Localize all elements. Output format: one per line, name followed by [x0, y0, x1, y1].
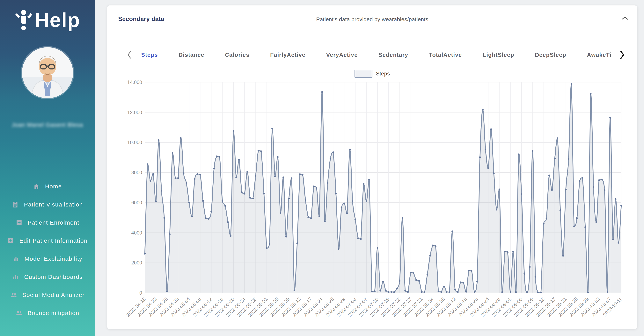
people-icon — [10, 292, 17, 299]
svg-text:2000: 2000 — [131, 260, 142, 265]
sidebar-item-patient-visualisation[interactable]: Patient Visualisation — [0, 195, 95, 213]
plus-square-icon — [16, 219, 22, 226]
steps-chart: 0200040006000800010.00012.00014.0002023-… — [109, 68, 635, 328]
bar-chart-icon — [12, 273, 19, 280]
svg-text:6000: 6000 — [131, 200, 142, 205]
sidebar-item-label: Home — [45, 183, 62, 190]
bar-chart-icon — [12, 255, 20, 262]
home-icon — [33, 183, 40, 190]
sidebar-item-bounce-mitigation[interactable]: Bounce mitigation — [0, 304, 95, 322]
sidebar-item-home[interactable]: Home — [0, 177, 95, 195]
sidebar-item-label: Bounce mitigation — [28, 310, 80, 316]
secondary-data-card: Secondary data Patient's data provided b… — [107, 5, 637, 329]
clipboard-icon — [12, 201, 19, 208]
sidebar-item-custom-dashboards[interactable]: Custom Dashboards — [0, 268, 95, 286]
sidebar-item-patient-enrolment[interactable]: Patient Enrolment — [0, 213, 95, 232]
sidebar-item-label: Patient Visualisation — [24, 201, 83, 208]
tab-deepsleep[interactable]: DeepSleep — [534, 48, 567, 62]
svg-text:14.000: 14.000 — [127, 80, 142, 85]
tabs-scroll-left-icon[interactable] — [127, 51, 132, 59]
svg-text:8000: 8000 — [131, 170, 142, 175]
sidebar-item-label: Model Explainability — [24, 256, 82, 262]
tab-calories[interactable]: Calories — [224, 48, 250, 62]
tab-steps[interactable]: Steps — [140, 48, 159, 62]
chevron-up-icon[interactable] — [622, 16, 628, 21]
tab-sedentary[interactable]: Sedentary — [378, 48, 409, 62]
svg-text:10.000: 10.000 — [127, 140, 142, 145]
plus-square-icon — [7, 237, 14, 244]
sidebar: Help Joan Manel Gasent Blesa HomePatient… — [0, 0, 95, 336]
app-name: Help — [35, 10, 80, 30]
metric-tabs-row: StepsDistanceCaloriesFairlyActiveVeryAct… — [127, 45, 625, 64]
sidebar-item-social-media-analizer[interactable]: Social Media Analizer — [0, 286, 95, 304]
tab-fairlyactive[interactable]: FairlyActive — [270, 48, 306, 62]
sidebar-item-label: Custom Dashboards — [24, 274, 83, 280]
sidebar-item-label: Edit Patient Information — [19, 237, 88, 244]
user-name: Joan Manel Gasent Blesa — [0, 122, 95, 128]
metric-tabs: StepsDistanceCaloriesFairlyActiveVeryAct… — [132, 48, 619, 62]
person-logo-icon — [15, 9, 33, 31]
svg-text:12.000: 12.000 — [127, 110, 142, 115]
avatar — [22, 47, 73, 98]
sidebar-item-model-explainability[interactable]: Model Explainability — [0, 250, 95, 268]
sidebar-nav: HomePatient VisualisationPatient Enrolme… — [0, 177, 95, 322]
sidebar-item-label: Social Media Analizer — [22, 292, 84, 298]
people-icon — [16, 310, 22, 317]
tab-totalactive[interactable]: TotalActive — [428, 48, 463, 62]
svg-text:0: 0 — [140, 290, 142, 296]
tab-awaketi[interactable]: AwakeTi — [586, 48, 611, 62]
app-logo: Help — [0, 9, 95, 31]
sidebar-item-edit-patient-information[interactable]: Edit Patient Information — [0, 232, 95, 250]
tab-distance[interactable]: Distance — [178, 48, 205, 62]
sidebar-item-label: Patient Enrolment — [28, 219, 80, 226]
card-subtitle: Patient's data provided by wearables/pat… — [107, 16, 637, 22]
tab-lightsleep[interactable]: LightSleep — [482, 48, 515, 62]
tabs-scroll-right-icon[interactable] — [619, 50, 625, 59]
svg-text:4000: 4000 — [131, 230, 142, 235]
tab-veryactive[interactable]: VeryActive — [325, 48, 358, 62]
